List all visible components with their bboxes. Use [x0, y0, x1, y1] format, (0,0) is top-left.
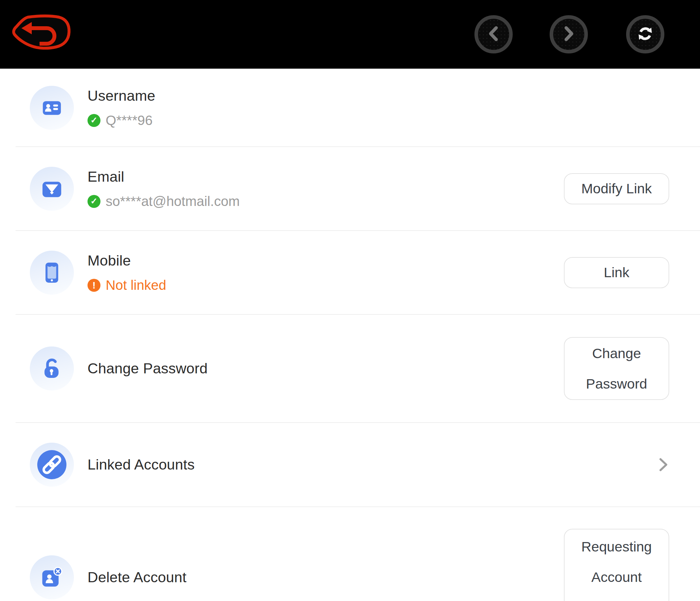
- unlock-icon: [30, 346, 74, 391]
- row-email: Email ✓ so****at@hotmail.com Modify Link: [0, 147, 700, 231]
- chevron-left-icon: [486, 25, 501, 44]
- chevron-right-icon[interactable]: [658, 457, 669, 472]
- link-label: Link: [604, 265, 629, 281]
- verified-icon: ✓: [88, 195, 100, 208]
- emulator-header-bar: [0, 0, 700, 69]
- separator: [16, 230, 700, 231]
- username-value: Q****96: [106, 113, 153, 128]
- change-password-label-line2: Password: [586, 368, 647, 399]
- separator: [16, 422, 700, 423]
- separator: [16, 506, 700, 507]
- back-button[interactable]: [12, 14, 71, 52]
- verified-icon: ✓: [88, 114, 100, 127]
- row-username: Username ✓ Q****96: [0, 69, 700, 147]
- separator: [16, 146, 700, 147]
- row-delete-account: Delete Account Requesting Account: [0, 507, 700, 601]
- modify-link-button[interactable]: Modify Link: [564, 173, 669, 204]
- account-settings-screen: Username ✓ Q****96 Email ✓ so****at@hotm…: [0, 0, 700, 601]
- username-title: Username: [88, 87, 155, 104]
- phone-icon: [30, 251, 74, 295]
- separator: [16, 314, 700, 315]
- email-value: so****at@hotmail.com: [106, 194, 240, 209]
- linked-accounts-title: Linked Accounts: [88, 456, 195, 473]
- link-button[interactable]: Link: [564, 257, 669, 288]
- nav-back-button[interactable]: [474, 15, 513, 53]
- change-password-title: Change Password: [88, 360, 208, 377]
- requesting-account-button[interactable]: Requesting Account: [564, 529, 669, 601]
- modify-link-label: Modify Link: [581, 181, 652, 197]
- delete-account-title: Delete Account: [88, 569, 187, 586]
- change-password-button[interactable]: Change Password: [564, 337, 669, 400]
- chevron-right-icon: [561, 25, 576, 44]
- person-remove-icon: [30, 555, 74, 599]
- mobile-value: Not linked: [106, 278, 166, 293]
- mail-icon: [30, 167, 74, 211]
- requesting-account-label-line1: Requesting: [581, 531, 652, 562]
- id-card-icon: [30, 86, 74, 130]
- nav-forward-button[interactable]: [550, 15, 588, 53]
- row-linked-accounts[interactable]: Linked Accounts: [0, 423, 700, 507]
- mobile-title: Mobile: [88, 252, 166, 269]
- change-password-label-line1: Change: [592, 338, 641, 368]
- row-mobile: Mobile ! Not linked Link: [0, 231, 700, 314]
- email-title: Email: [88, 168, 240, 185]
- return-arrow-icon: [12, 47, 71, 53]
- requesting-account-label-line2: Account: [592, 562, 642, 592]
- nav-refresh-button[interactable]: [626, 15, 664, 53]
- warning-icon: !: [88, 279, 100, 292]
- refresh-icon: [636, 25, 654, 44]
- chain-link-icon: [30, 443, 74, 487]
- row-change-password: Change Password Change Password: [0, 314, 700, 423]
